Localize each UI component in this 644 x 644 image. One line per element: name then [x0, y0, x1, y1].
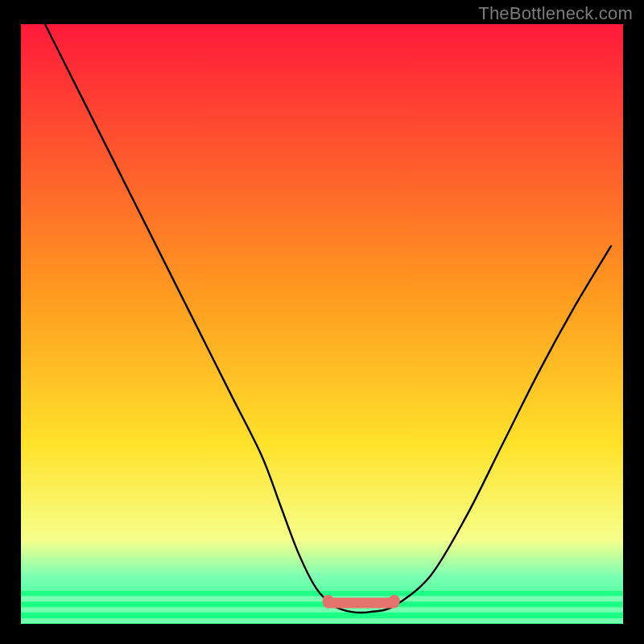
bottleneck-chart [21, 24, 623, 624]
green-stripe [21, 608, 623, 613]
optimal-band-dot-left [322, 595, 333, 606]
watermark-text: TheBottleneck.com [478, 3, 633, 24]
green-stripe [21, 597, 623, 601]
green-stripe [21, 613, 623, 617]
optimal-band-dot-right [389, 595, 400, 606]
gradient-bg [21, 24, 623, 624]
green-stripe [21, 602, 623, 607]
frame: TheBottleneck.com [0, 0, 644, 644]
chart-svg [21, 24, 623, 624]
green-stripe [21, 618, 623, 623]
